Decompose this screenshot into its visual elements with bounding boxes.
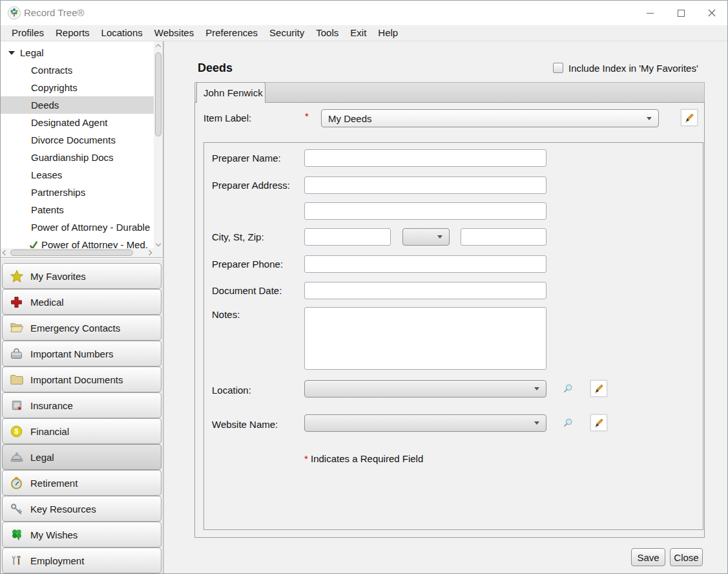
vertical-scroll-thumb[interactable]: [155, 52, 161, 136]
tab-strip: [194, 82, 705, 102]
category-medical[interactable]: Medical: [2, 289, 161, 315]
preparer-address-input-2[interactable]: [304, 202, 546, 220]
search-location-button[interactable]: [561, 382, 575, 396]
category-my-favorites[interactable]: My Favorites: [2, 263, 161, 289]
category-important-documents[interactable]: Important Documents: [2, 367, 161, 392]
app-window: Record Tree® Profiles Reports Locations …: [0, 0, 728, 574]
record-tree-logo-icon: [7, 6, 21, 22]
menu-bar: Profiles Reports Locations Websites Pref…: [1, 25, 727, 41]
website-name-dropdown[interactable]: [304, 414, 546, 432]
pencil-icon: [592, 416, 605, 429]
tree-item-deeds[interactable]: Deeds: [1, 96, 154, 114]
maximize-icon: [678, 10, 685, 17]
minimize-button[interactable]: [634, 1, 665, 25]
preparer-address-label: Preparer Address:: [212, 180, 290, 191]
item-label-value: My Deeds: [322, 113, 647, 124]
magnifier-icon: [561, 417, 574, 430]
category-financial[interactable]: $ Financial: [2, 418, 161, 444]
close-icon: [708, 9, 716, 17]
search-website-button[interactable]: [561, 416, 575, 430]
horizontal-scroll-thumb[interactable]: [10, 250, 133, 256]
tree-item-contracts[interactable]: Contracts: [1, 61, 154, 79]
star-icon: [8, 269, 25, 283]
tree-item-leases[interactable]: Leases: [1, 166, 154, 184]
category-emergency-contacts[interactable]: Emergency Contacts: [2, 315, 161, 341]
tab-john-fenwick[interactable]: John Fenwick: [196, 82, 265, 103]
close-button-form[interactable]: Close: [670, 548, 703, 566]
deed-details-groupbox: Preparer Name: Preparer Address: City, S…: [203, 142, 703, 530]
menu-exit[interactable]: Exit: [344, 25, 372, 41]
menu-websites[interactable]: Websites: [149, 25, 200, 41]
document-date-input[interactable]: [304, 282, 546, 299]
location-dropdown[interactable]: [304, 380, 546, 398]
tree-item-guardianship-docs[interactable]: Guardianship Docs: [1, 149, 154, 166]
location-label: Location:: [212, 385, 251, 396]
page-title: Deeds: [198, 61, 233, 75]
state-dropdown[interactable]: [402, 228, 450, 246]
tree-item-divorce-documents[interactable]: Divorce Documents: [1, 131, 154, 149]
city-st-zip-label: City, St, Zip:: [212, 231, 264, 242]
menu-security[interactable]: Security: [264, 25, 310, 41]
save-button[interactable]: Save: [631, 548, 665, 566]
menu-help[interactable]: Help: [372, 25, 404, 41]
scroll-right-button[interactable]: [145, 248, 154, 257]
maximize-button[interactable]: [665, 1, 696, 25]
insurance-document-icon: [8, 399, 25, 412]
category-employment[interactable]: Employment: [2, 547, 161, 573]
open-folder-icon: [8, 321, 25, 335]
item-label-dropdown[interactable]: My Deeds: [321, 109, 659, 127]
key-icon: [8, 502, 25, 516]
menu-locations[interactable]: Locations: [96, 25, 149, 41]
tree-item-poa-durable[interactable]: Power of Attorney - Durable: [1, 218, 154, 236]
city-input[interactable]: [304, 228, 391, 246]
item-label-required-mark: *: [305, 111, 309, 122]
preparer-name-input[interactable]: [304, 149, 546, 167]
notes-textarea[interactable]: [304, 307, 546, 370]
zip-input[interactable]: [461, 228, 546, 246]
include-index-label: Include Index in 'My Favorites': [568, 63, 698, 74]
tree-node-legal[interactable]: Legal: [1, 44, 154, 61]
tree-rows: Legal Contracts Copyrights Deeds Designa…: [1, 41, 154, 248]
chevron-down-icon: [156, 241, 161, 246]
category-key-resources[interactable]: Key Resources: [2, 496, 161, 522]
category-retirement[interactable]: Retirement: [2, 470, 161, 496]
include-index-checkbox[interactable]: [553, 63, 563, 73]
category-important-numbers[interactable]: Important Numbers: [2, 341, 161, 367]
tree-item-patents[interactable]: Patents: [1, 201, 154, 218]
menu-preferences[interactable]: Preferences: [200, 25, 264, 41]
tree-item-poa-medical[interactable]: Power of Attorney - Med.: [1, 236, 154, 248]
checkmark-icon: [29, 240, 38, 249]
category-button-panel: My Favorites Medical Emergency Contacts …: [1, 259, 163, 573]
scroll-up-button[interactable]: [154, 41, 163, 50]
category-my-wishes[interactable]: My Wishes: [2, 522, 161, 547]
edit-location-button[interactable]: [590, 380, 607, 397]
scroll-down-button[interactable]: [154, 239, 163, 248]
preparer-phone-input[interactable]: [304, 255, 546, 273]
scrollbar-corner: [154, 248, 163, 257]
menu-tools[interactable]: Tools: [310, 25, 344, 41]
tree-horizontal-scrollbar[interactable]: [1, 248, 154, 257]
edit-website-button[interactable]: [590, 414, 607, 431]
tree-vertical-scrollbar[interactable]: [154, 41, 163, 248]
title-bar: Record Tree®: [1, 1, 727, 25]
pencil-icon: [592, 382, 605, 395]
scroll-left-button[interactable]: [1, 248, 10, 257]
tree-item-copyrights[interactable]: Copyrights: [1, 79, 154, 96]
dome-icon: [8, 450, 25, 464]
category-insurance[interactable]: Insurance: [2, 392, 161, 418]
menu-profiles[interactable]: Profiles: [6, 25, 50, 41]
dropdown-arrow-icon: [437, 235, 442, 239]
tree-item-designated-agent[interactable]: Designated Agent: [1, 114, 154, 131]
required-mark: *: [304, 453, 308, 464]
preparer-address-input-1[interactable]: [304, 176, 546, 194]
collapse-arrow-icon[interactable]: [8, 51, 15, 55]
tab-page: Item Label: * My Deeds Preparer Name: Pr…: [194, 102, 705, 538]
close-button[interactable]: [696, 1, 727, 25]
tree-item-partnerships[interactable]: Partnerships: [1, 184, 154, 201]
category-legal[interactable]: Legal: [2, 444, 161, 470]
tools-icon: [8, 554, 25, 567]
menu-reports[interactable]: Reports: [50, 25, 96, 41]
edit-item-label-button[interactable]: [681, 109, 698, 126]
pocket-watch-icon: [8, 476, 25, 490]
minimize-icon: [647, 13, 654, 14]
